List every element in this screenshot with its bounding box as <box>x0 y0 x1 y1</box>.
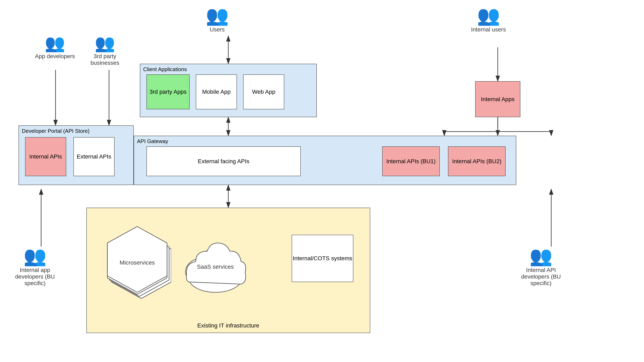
internal-apis-bu2-label: Internal APIs (BU2) <box>452 158 502 165</box>
app-developers-label: App developers <box>35 53 75 60</box>
internal-apps-label: Internal Apps <box>481 96 514 103</box>
internal-app-developers-label: Internal app developers (BU specific) <box>12 267 58 287</box>
app-developers-icon-group: 👥 App developers <box>35 35 75 60</box>
api-gateway-box: API Gateway External facing APIs Interna… <box>134 136 516 185</box>
internal-cots-label: Internal/COTS systems <box>293 255 352 262</box>
third-party-businesses-label: 3rd party businesses <box>82 53 128 66</box>
third-party-apps-box: 3rd party Apps <box>146 74 190 109</box>
internal-users-label: Internal users <box>471 26 506 33</box>
client-applications-box: Client Applications 3rd party Apps Mobil… <box>140 64 317 117</box>
svg-text:SaaS services: SaaS services <box>197 264 234 270</box>
users-label: Users <box>210 26 224 33</box>
client-applications-label: Client Applications <box>143 66 187 72</box>
svg-text:Microservices: Microservices <box>120 259 155 266</box>
third-party-businesses-icon: 👥 <box>94 35 115 51</box>
internal-app-developers-icon-group: 👥 Internal app developers (BU specific) <box>12 247 58 287</box>
existing-it-box: Existing IT infrastructure Microservices <box>86 208 370 333</box>
web-app-label: Web App <box>252 89 275 95</box>
web-app-box: Web App <box>243 74 284 109</box>
internal-cots-box: Internal/COTS systems <box>292 235 353 282</box>
users-icon: 👥 <box>206 6 229 25</box>
developer-portal-label: Developer Portal (API Store) <box>22 128 90 134</box>
internal-apis-bu1-box: Internal APIs (BU1) <box>382 146 440 176</box>
internal-app-developers-icon: 👥 <box>24 247 46 265</box>
existing-it-label: Existing IT infrastructure <box>87 322 370 329</box>
third-party-apps-label: 3rd party Apps <box>150 89 187 95</box>
mobile-app-label: Mobile App <box>202 89 231 95</box>
internal-api-developers-icon-group: 👥 Internal API developers (BU specific) <box>518 247 564 287</box>
internal-apis-bu1-label: Internal APIs (BU1) <box>386 158 436 165</box>
internal-apis-dev-label: Internal APIs <box>30 153 62 160</box>
internal-apis-bu2-box: Internal APIs (BU2) <box>448 146 506 176</box>
internal-apis-dev-box: Internal APIs <box>25 137 66 176</box>
third-party-businesses-icon-group: 👥 3rd party businesses <box>82 35 128 66</box>
internal-apps-box: Internal Apps <box>475 81 520 117</box>
external-facing-apis-box: External facing APIs <box>146 146 301 176</box>
external-apis-dev-box: External APIs <box>74 137 114 176</box>
api-gateway-label: API Gateway <box>137 138 168 144</box>
microservices-container: Microservices <box>103 225 171 304</box>
external-apis-dev-label: External APIs <box>77 153 111 160</box>
internal-users-icon-group: 👥 Internal users <box>471 6 506 33</box>
internal-users-icon: 👥 <box>477 6 500 25</box>
external-facing-apis-label: External facing APIs <box>198 158 250 165</box>
developer-portal-box: Developer Portal (API Store) Internal AP… <box>18 125 134 185</box>
saas-services-container: SaaS services <box>184 233 247 296</box>
mobile-app-box: Mobile App <box>196 74 237 109</box>
diagram-container: 👥 Users 👥 Internal users 👥 App developer… <box>0 0 644 362</box>
internal-api-developers-icon: 👥 <box>530 247 552 265</box>
users-icon-group: 👥 Users <box>206 6 229 33</box>
app-developers-icon: 👥 <box>45 35 65 51</box>
internal-api-developers-label: Internal API developers (BU specific) <box>518 267 564 287</box>
